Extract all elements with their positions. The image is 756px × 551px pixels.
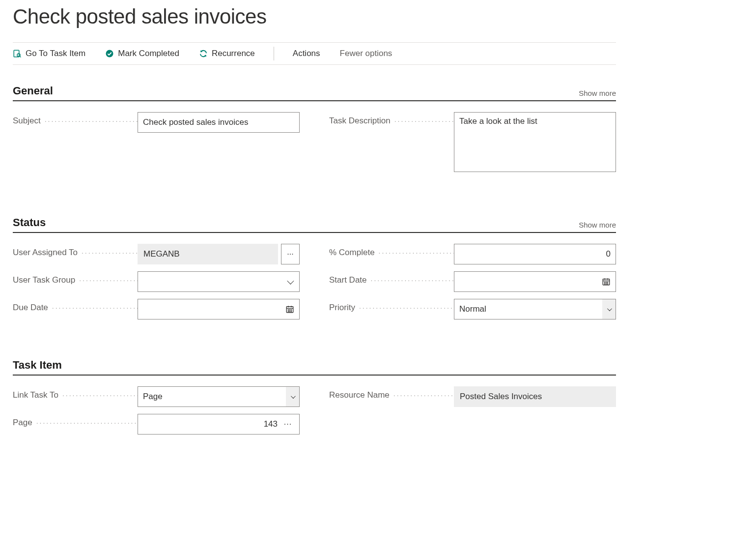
resource-name-label: Resource Name xyxy=(329,386,454,400)
section-status-show-more[interactable]: Show more xyxy=(579,221,616,229)
go-to-task-item-label: Go To Task Item xyxy=(26,49,85,58)
due-date-input[interactable] xyxy=(138,299,300,319)
user-assigned-label: User Assigned To xyxy=(13,244,138,258)
section-status-title: Status xyxy=(13,216,46,229)
section-status: Status Show more User Assigned To ··· Us… xyxy=(13,216,616,319)
user-assigned-lookup-button[interactable]: ··· xyxy=(281,244,300,264)
svg-point-19 xyxy=(606,282,606,283)
section-general-title: General xyxy=(13,85,53,97)
svg-point-22 xyxy=(606,284,606,284)
resource-name-input[interactable] xyxy=(454,386,616,407)
svg-point-12 xyxy=(289,311,290,312)
checkmark-circle-icon xyxy=(105,49,114,58)
chevron-down-icon xyxy=(291,394,296,399)
due-date-label: Due Date xyxy=(13,299,138,313)
priority-select[interactable]: Normal xyxy=(454,299,602,319)
start-date-label: Start Date xyxy=(329,271,454,285)
toolbar-divider xyxy=(274,47,274,60)
start-date-input[interactable] xyxy=(454,271,616,292)
subject-input[interactable] xyxy=(138,112,300,133)
percent-complete-input[interactable] xyxy=(454,244,616,264)
task-description-input[interactable] xyxy=(454,112,616,172)
subject-label: Subject xyxy=(13,112,138,126)
user-task-group-label: User Task Group xyxy=(13,271,138,285)
fewer-options-label: Fewer options xyxy=(340,49,392,58)
svg-point-10 xyxy=(291,310,291,310)
ellipsis-icon: ··· xyxy=(287,250,293,259)
toolbar: Go To Task Item Mark Completed Recurre xyxy=(13,42,616,65)
ellipsis-icon: ··· xyxy=(284,420,292,429)
svg-point-11 xyxy=(288,311,288,312)
go-to-task-item-button[interactable]: Go To Task Item xyxy=(13,43,95,64)
actions-label: Actions xyxy=(293,49,320,58)
link-task-to-dropdown-button[interactable] xyxy=(286,386,300,407)
task-description-label: Task Description xyxy=(329,112,454,126)
calendar-icon xyxy=(602,277,611,286)
section-general-show-more[interactable]: Show more xyxy=(579,89,616,97)
chevron-down-icon xyxy=(287,278,294,285)
section-general: General Show more Subject Task Descripti… xyxy=(13,85,616,172)
page-title: Check posted sales invoices xyxy=(13,0,616,42)
mark-completed-label: Mark Completed xyxy=(118,49,179,58)
link-task-to-select[interactable]: Page xyxy=(138,386,286,407)
refresh-icon xyxy=(199,49,208,58)
svg-point-3 xyxy=(106,50,113,58)
due-date-picker-button[interactable] xyxy=(284,303,296,315)
start-date-picker-button[interactable] xyxy=(600,276,612,288)
section-task-item: Task Item Link Task To Page xyxy=(13,359,616,435)
page-label: Page xyxy=(13,414,138,428)
svg-point-23 xyxy=(607,284,608,284)
svg-point-9 xyxy=(289,310,290,310)
user-assigned-input[interactable] xyxy=(138,244,278,264)
priority-label: Priority xyxy=(329,299,454,313)
section-task-item-title: Task Item xyxy=(13,359,62,372)
svg-point-18 xyxy=(604,282,605,283)
chevron-down-icon xyxy=(607,306,612,311)
page-lookup-button[interactable]: ··· xyxy=(282,418,294,430)
svg-line-2 xyxy=(20,56,21,57)
fewer-options-button[interactable]: Fewer options xyxy=(330,43,402,64)
link-task-to-label: Link Task To xyxy=(13,386,138,400)
page-input[interactable] xyxy=(138,414,300,435)
percent-complete-label: % Complete xyxy=(329,244,454,258)
user-task-group-dropdown-button[interactable] xyxy=(284,276,296,288)
svg-point-20 xyxy=(607,282,608,283)
calendar-icon xyxy=(285,305,294,314)
user-task-group-input[interactable] xyxy=(138,271,300,292)
svg-point-21 xyxy=(604,284,605,284)
recurrence-button[interactable]: Recurrence xyxy=(189,43,265,64)
search-page-icon xyxy=(13,49,22,58)
priority-dropdown-button[interactable] xyxy=(602,299,616,319)
mark-completed-button[interactable]: Mark Completed xyxy=(95,43,189,64)
recurrence-label: Recurrence xyxy=(212,49,255,58)
svg-point-8 xyxy=(288,310,288,310)
svg-point-13 xyxy=(291,311,291,312)
actions-button[interactable]: Actions xyxy=(283,43,330,64)
